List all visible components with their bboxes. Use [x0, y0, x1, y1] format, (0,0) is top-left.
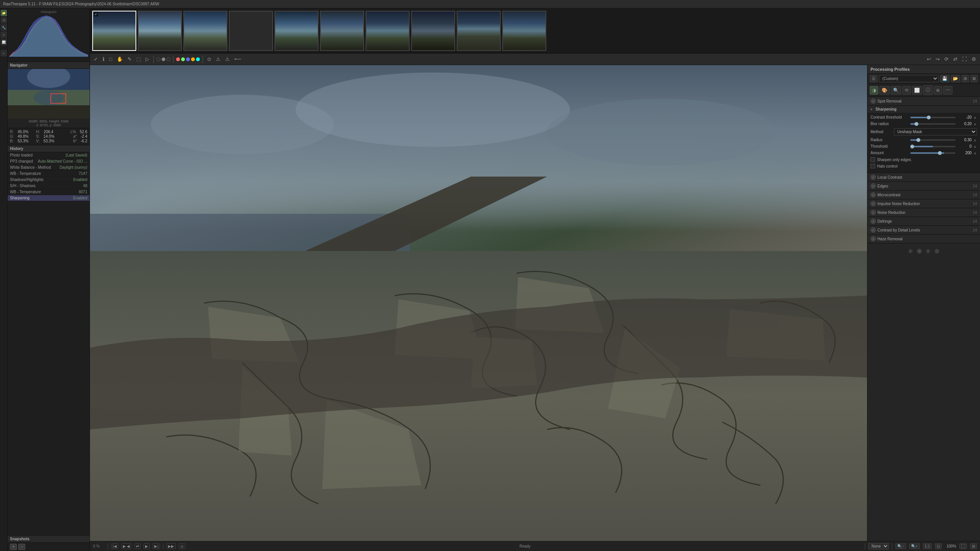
impulse-nr-expand-icon[interactable]: ◎ — [871, 201, 876, 206]
filmstrip-item-2[interactable] — [138, 11, 182, 51]
sidebar-icon-5[interactable]: 📊 — [1, 39, 7, 45]
section-haze-removal[interactable]: ◎ Haze Removal — [867, 235, 980, 243]
defringe-expand-icon[interactable]: ◎ — [871, 218, 876, 224]
history-item-shadows[interactable]: S/H - Shadows 48 — [8, 183, 90, 189]
profile-save-btn[interactable]: 💾 — [940, 75, 949, 82]
tool-fullscreen[interactable]: ⛶ — [960, 55, 969, 63]
tool-hand[interactable]: ✋ — [115, 55, 124, 63]
threshold-expand[interactable]: ▲ — [973, 144, 977, 148]
dot-2[interactable] — [162, 57, 165, 61]
tool-compare[interactable]: ⇄ — [952, 55, 959, 63]
tool-undo[interactable]: ↩ — [925, 55, 933, 63]
tool-transform-btn[interactable]: ⟲ — [902, 86, 911, 95]
sidebar-icon-meta[interactable]: M — [1, 50, 7, 56]
zoom-fit-btn[interactable]: ⊡ — [935, 543, 942, 549]
sharpen-only-edges-checkbox[interactable] — [871, 157, 875, 162]
contrast-threshold-expand[interactable]: ▲ — [973, 115, 977, 119]
edges-expand-icon[interactable]: ◎ — [871, 183, 876, 189]
history-item-shadows-highlights[interactable]: Shadows/Highlights Enabled — [8, 177, 90, 183]
tool-check[interactable]: ✓ — [92, 55, 100, 63]
split-btn[interactable]: ⊞ — [970, 543, 977, 549]
threshold-slider[interactable] — [910, 146, 956, 147]
zoom-in-btn[interactable]: 🔍+ — [909, 543, 920, 549]
spot-removal-expand-icon[interactable]: ◎ — [871, 98, 876, 104]
nav-first[interactable]: |◀ — [111, 543, 118, 549]
nav-last[interactable]: ▶| — [153, 543, 160, 549]
tool-warning-2[interactable]: ⚠ — [224, 55, 231, 63]
color-dot-cyan[interactable] — [196, 57, 200, 61]
nav-next[interactable]: ▶ — [144, 543, 150, 549]
local-contrast-expand-icon[interactable]: ◎ — [871, 174, 876, 180]
color-dot-green[interactable] — [181, 57, 185, 61]
snapshot-remove-button[interactable]: − — [18, 544, 25, 550]
filmstrip-item-7[interactable] — [366, 11, 410, 51]
section-microcontrast[interactable]: ◎ Microcontrast 14 — [867, 191, 980, 199]
section-noise-reduction[interactable]: ◎ Noise Reduction 14 — [867, 208, 980, 217]
history-item-photo-loaded[interactable]: Photo loaded (Last Saved) — [8, 152, 90, 158]
snapshot-add-button[interactable]: + — [10, 544, 17, 550]
tool-exposure[interactable]: ⊙ — [206, 55, 213, 63]
filmstrip-item-4[interactable] — [229, 11, 273, 51]
sidebar-icon-3[interactable]: 🔧 — [1, 24, 7, 31]
tool-crop[interactable]: ⬚ — [135, 55, 142, 63]
zoom-100-btn[interactable]: 1:1 — [923, 543, 932, 549]
amount-expand[interactable]: ▲ — [973, 151, 977, 155]
section-spot-removal[interactable]: ◎ Spot Removal 14 — [867, 97, 980, 106]
tool-reset[interactable]: ⟳ — [943, 55, 950, 63]
filmstrip-item-9[interactable] — [457, 11, 501, 51]
blur-radius-expand[interactable]: ▲ — [973, 122, 977, 126]
profile-select[interactable]: (Custom) — [879, 75, 939, 82]
history-item-pp3[interactable]: PP3 changed Auto-Matched Curve - ISO ... — [8, 158, 90, 165]
history-item-wb-method[interactable]: White Balance - Method Daylight (sunny) — [8, 165, 90, 171]
tool-wavelet-btn[interactable]: 〰 — [943, 86, 952, 95]
section-local-contrast[interactable]: ◎ Local Contrast — [867, 173, 980, 182]
tool-redo[interactable]: ↪ — [934, 55, 941, 63]
nr-expand-icon[interactable]: ◎ — [871, 210, 876, 215]
section-impulse-noise-reduction[interactable]: ◎ Impulse Noise Reduction 14 — [867, 199, 980, 208]
contrast-threshold-slider[interactable] — [910, 117, 956, 118]
filmstrip-item-8[interactable] — [411, 11, 455, 51]
amount-slider[interactable] — [910, 152, 956, 154]
tool-exposure-btn[interactable]: ◑ — [870, 86, 878, 95]
history-item-sharpening[interactable]: Sharpening Enabled — [8, 195, 90, 201]
method-select[interactable]: Unsharp Mask Edges Microcontrast — [894, 128, 977, 135]
filmstrip-item-1[interactable]: ✓ — [92, 11, 136, 51]
radius-expand[interactable]: ▲ — [973, 138, 977, 142]
tool-play[interactable]: ▷ — [144, 55, 151, 63]
profile-icon-1[interactable]: ☰ — [870, 75, 877, 82]
color-dot-orange[interactable] — [191, 57, 195, 61]
color-dot-blue[interactable] — [186, 57, 190, 61]
nav-play[interactable]: ▶▶ — [167, 543, 176, 549]
microcontrast-expand-icon[interactable]: ◎ — [871, 192, 876, 197]
nav-prev[interactable]: ▶ ◀ — [121, 543, 132, 549]
tool-detail-btn[interactable]: 🔍 — [891, 86, 901, 95]
section-defringe[interactable]: ◎ Defringe 14 — [867, 217, 980, 226]
tool-pencil[interactable]: ✎ — [126, 55, 133, 63]
sidebar-icon-1[interactable]: 📁 — [1, 10, 7, 16]
sidebar-icon-2[interactable]: 🖼 — [1, 17, 7, 23]
profile-paste-btn[interactable]: ⊠ — [970, 75, 978, 82]
blur-radius-slider[interactable] — [910, 123, 956, 125]
tool-settings[interactable]: ⚙ — [970, 55, 978, 63]
filmstrip-item-5[interactable] — [274, 11, 318, 51]
tool-warning[interactable]: ⚠ — [214, 55, 222, 63]
tool-info[interactable]: ℹ — [101, 55, 106, 63]
fullscreen-btn[interactable]: ⛶ — [959, 543, 967, 549]
nav-zoom-in[interactable]: ◎ — [179, 543, 185, 549]
tool-color-btn[interactable]: 🎨 — [879, 86, 890, 95]
filmstrip-item-6[interactable] — [320, 11, 364, 51]
history-item-wb-temp2[interactable]: WB - Temperature 8071 — [8, 189, 90, 195]
tool-metadata-btn[interactable]: ⓘ — [923, 85, 933, 95]
profile-copy-btn[interactable]: ⊞ — [962, 75, 969, 82]
contrast-detail-expand-icon[interactable]: ◎ — [871, 227, 876, 233]
image-viewer[interactable] — [90, 65, 867, 541]
tool-local-btn[interactable]: ⊕ — [934, 86, 942, 95]
tool-rect[interactable]: □ — [108, 55, 114, 63]
radius-slider[interactable] — [910, 139, 956, 141]
halo-control-checkbox[interactable] — [871, 164, 875, 168]
history-item-wb-temp1[interactable]: WB - Temperature 7147 — [8, 171, 90, 177]
sharpening-header[interactable]: ▼ Sharpening — [867, 106, 980, 113]
zoom-out-btn[interactable]: 🔍− — [895, 543, 906, 549]
status-none-select[interactable]: None — [868, 543, 889, 549]
filmstrip-item-10[interactable] — [502, 11, 546, 51]
